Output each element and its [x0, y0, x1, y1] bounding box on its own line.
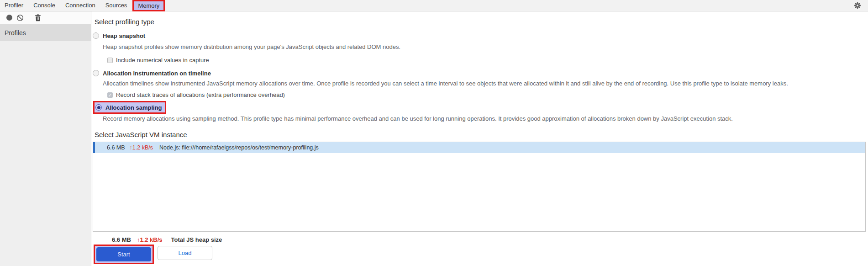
sidebar-item-profiles[interactable]: Profiles [0, 24, 91, 41]
total-allocation-rate-value: ↑1.2 kB/s [137, 236, 163, 243]
memory-launcher-panel: Select profiling type Heap snapshot Heap… [91, 11, 868, 266]
toolbar-divider [844, 2, 844, 9]
heap-totals-row: 6.6 MB ↑1.2 kB/s Total JS heap size [112, 236, 868, 243]
start-button-annotation-box: Start [94, 245, 154, 264]
tab-memory[interactable]: Memory [134, 2, 163, 10]
total-heap-size-label: Total JS heap size [171, 236, 222, 243]
tab-connection[interactable]: Connection [60, 0, 100, 11]
tab-bar: Profiler Console Connection Sources Memo… [0, 0, 868, 11]
heap-snapshot-label: Heap snapshot [103, 32, 145, 39]
vm-instance-row[interactable]: 6.6 MB ↑1.2 kB/s Node.js: file:///home/r… [93, 142, 865, 153]
profiles-label: Profiles [5, 29, 26, 37]
record-stack-traces-option[interactable]: ✓ Record stack traces of allocations (ex… [107, 91, 868, 98]
vm-allocation-rate: ↑1.2 kB/s [130, 144, 153, 151]
profiles-sidebar: Profiles [0, 11, 91, 266]
allocation-sampling-annotation-box: Allocation sampling [93, 101, 166, 114]
checkbox-checked-icon: ✓ [107, 92, 113, 98]
radio-unchecked-icon [93, 70, 99, 76]
profiling-type-heading: Select profiling type [95, 17, 868, 26]
radio-selected-icon [95, 104, 102, 111]
checkbox-unchecked-icon [107, 58, 113, 63]
gear-icon[interactable] [851, 2, 864, 9]
record-stack-traces-label: Record stack traces of allocations (extr… [116, 91, 285, 98]
include-numerical-values-label: Include numerical values in capture [116, 57, 209, 64]
toolbar-divider [29, 14, 29, 21]
trash-icon [35, 14, 41, 21]
vm-heap-size: 6.6 MB [107, 144, 125, 151]
delete-profile-button[interactable] [32, 12, 43, 23]
allocation-sampling-label: Allocation sampling [105, 104, 162, 111]
profiles-toolbar [0, 11, 91, 24]
record-icon [6, 15, 12, 21]
heap-snapshot-option[interactable]: Heap snapshot [93, 32, 868, 40]
radio-unchecked-icon [93, 32, 99, 39]
allocation-timeline-label: Allocation instrumentation on timeline [103, 70, 211, 77]
record-button[interactable] [4, 12, 15, 23]
load-button[interactable]: Load [158, 246, 212, 260]
devtools-window: Profiler Console Connection Sources Memo… [0, 0, 868, 266]
start-button[interactable]: Start [96, 247, 151, 261]
vm-instance-list: 6.6 MB ↑1.2 kB/s Node.js: file:///home/r… [93, 142, 866, 232]
tabbar-right-section [844, 0, 868, 11]
memory-tab-annotation-box: Memory [132, 0, 165, 11]
total-heap-size-value: 6.6 MB [112, 236, 131, 243]
tab-profiler[interactable]: Profiler [0, 0, 28, 11]
tab-sources[interactable]: Sources [100, 0, 132, 11]
vm-instance-name: Node.js: file:///home/rafaelgss/repos/os… [159, 144, 319, 151]
launcher-buttons-row: Start Load [91, 245, 868, 264]
vm-instance-heading: Select JavaScript VM instance [95, 130, 868, 139]
allocation-timeline-option[interactable]: Allocation instrumentation on timeline [93, 69, 868, 77]
allocation-sampling-description: Record memory allocations using sampling… [103, 115, 868, 122]
heap-snapshot-description: Heap snapshot profiles show memory distr… [103, 43, 868, 51]
include-numerical-values-option[interactable]: Include numerical values in capture [107, 57, 868, 64]
allocation-sampling-option[interactable]: Allocation sampling [95, 103, 162, 112]
allocation-timeline-description: Allocation timelines show instrumented J… [103, 80, 868, 87]
tab-console[interactable]: Console [28, 0, 60, 11]
clear-button[interactable] [15, 12, 26, 23]
block-icon [16, 14, 24, 21]
